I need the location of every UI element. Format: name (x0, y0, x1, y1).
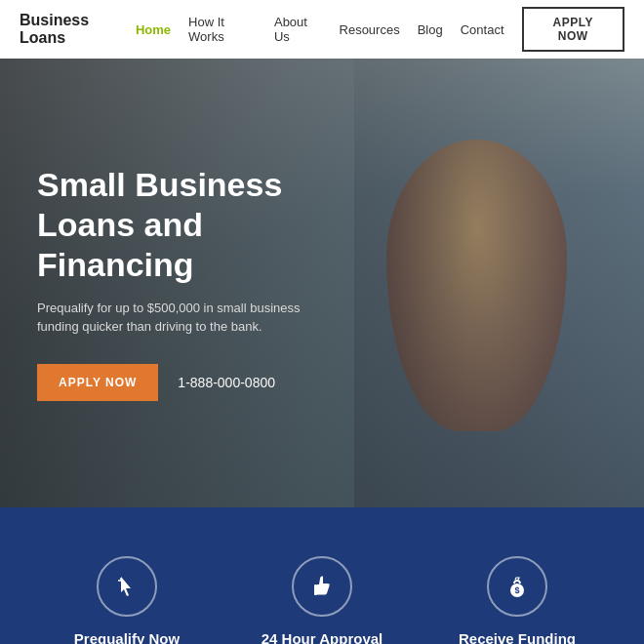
prequalify-icon (97, 556, 157, 617)
hero-phone: 1-888-000-0800 (178, 375, 275, 390)
hero-title: Small Business Loans and Financing (37, 165, 334, 284)
apply-now-button-hero[interactable]: APPLY NOW (37, 364, 158, 401)
nav-item-home[interactable]: Home (136, 22, 171, 37)
funding-icon: $ (487, 556, 547, 617)
approval-icon (292, 556, 352, 617)
hero-subtitle: Prequalify for up to $500,000 in small b… (37, 299, 310, 337)
feature-prequalify: Prequalify Now All Lorem Ipsum generator… (44, 556, 210, 644)
prequalify-title: Prequalify Now (44, 630, 210, 644)
nav-item-contact[interactable]: Contact (461, 22, 504, 37)
approval-title: 24 Hour Approval (239, 630, 405, 644)
header: Business Loans Home How It Works About U… (0, 0, 644, 59)
nav-item-how-it-works[interactable]: How It Works (188, 15, 257, 44)
nav-item-about-us[interactable]: About Us (274, 15, 322, 44)
funding-title: Receive Funding (434, 630, 600, 644)
nav-item-resources[interactable]: Resources (340, 22, 400, 37)
logo: Business Loans (20, 12, 136, 47)
hero-actions: APPLY NOW 1-888-000-0800 (37, 364, 334, 401)
nav-item-blog[interactable]: Blog (418, 22, 443, 37)
apply-now-button-nav[interactable]: APPLY NOW (522, 7, 625, 52)
nav: Home How It Works About Us Resources Blo… (136, 15, 504, 44)
feature-funding: $ Receive Funding All Lorem Ipsum genera… (434, 556, 600, 644)
features-section: Prequalify Now All Lorem Ipsum generator… (0, 507, 644, 644)
svg-text:$: $ (515, 585, 520, 595)
hero-content: Small Business Loans and Financing Prequ… (0, 165, 371, 400)
hero-section: Small Business Loans and Financing Prequ… (0, 59, 644, 507)
svg-rect-2 (314, 584, 317, 595)
feature-approval: 24 Hour Approval All Lorem Ipsum generat… (239, 556, 405, 644)
